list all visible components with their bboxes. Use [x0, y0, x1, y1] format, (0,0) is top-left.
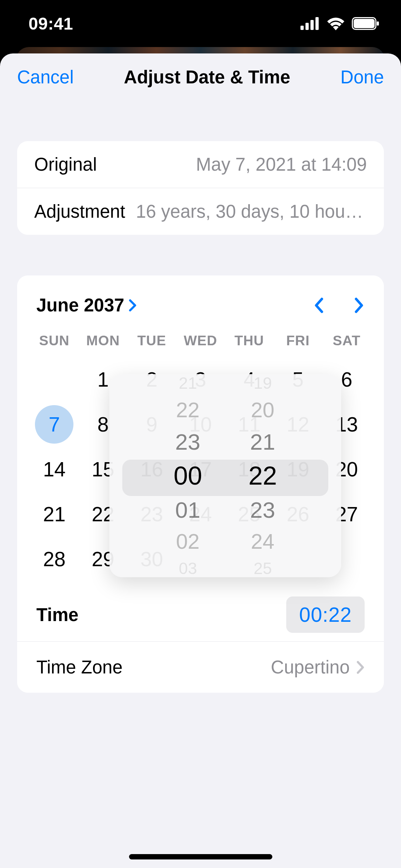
picker-wheel-item[interactable]: 21 [250, 427, 275, 457]
done-button[interactable]: Done [340, 67, 384, 88]
chevron-right-icon [129, 299, 137, 312]
prev-month-button[interactable] [313, 297, 324, 314]
picker-wheel-item[interactable]: 21 [179, 374, 197, 392]
adjustment-label: Adjustment [34, 201, 125, 222]
calendar-day[interactable]: 28 [30, 537, 79, 582]
picker-wheel-item[interactable]: 00 [174, 458, 202, 493]
status-time: 09:41 [29, 14, 73, 33]
picker-wheel-item[interactable]: 02 [176, 527, 200, 556]
adjustment-row: Adjustment 16 years, 30 days, 10 hours, … [17, 188, 384, 235]
next-month-button[interactable] [354, 297, 365, 314]
svg-rect-3 [315, 17, 319, 30]
chevron-right-icon [356, 660, 365, 675]
sheet-title: Adjust Date & Time [124, 67, 291, 88]
svg-rect-5 [354, 19, 375, 28]
cellular-icon [300, 17, 320, 30]
original-row: Original May 7, 2021 at 14:09 [17, 141, 384, 188]
picker-wheel-item[interactable]: 01 [175, 495, 200, 525]
battery-icon [352, 17, 380, 30]
calendar-day[interactable]: 7 [30, 402, 79, 447]
calendar-day[interactable]: 14 [30, 447, 79, 492]
original-value: May 7, 2021 at 14:09 [108, 154, 367, 175]
adjustment-value: 16 years, 30 days, 10 hours, 13 minu... [136, 201, 367, 222]
weekday-label: MON [79, 333, 128, 348]
picker-wheel-item[interactable]: 20 [251, 396, 274, 424]
svg-rect-0 [300, 26, 304, 30]
status-indicators [300, 16, 380, 31]
cancel-button[interactable]: Cancel [17, 67, 74, 88]
minute-wheel[interactable]: 19202122232425 [225, 374, 300, 577]
picker-wheel-item[interactable]: 25 [253, 559, 272, 577]
picker-wheel-item[interactable]: 24 [251, 527, 274, 556]
picker-wheel-item[interactable]: 23 [250, 495, 275, 525]
month-year-label: June 2037 [36, 295, 124, 316]
timezone-row[interactable]: Time Zone Cupertino [17, 641, 384, 693]
svg-rect-6 [377, 21, 379, 26]
timezone-value: Cupertino [271, 657, 365, 678]
home-indicator[interactable] [129, 854, 272, 859]
time-label: Time [36, 604, 78, 625]
time-value-button[interactable]: 00:22 [286, 596, 365, 633]
picker-wheel-item[interactable]: 03 [179, 559, 197, 577]
svg-rect-1 [305, 23, 309, 30]
time-row: Time 00:22 [17, 588, 384, 641]
weekday-label: WED [176, 333, 225, 348]
svg-rect-2 [310, 20, 314, 30]
sheet-navbar: Cancel Adjust Date & Time Done [0, 53, 401, 100]
weekday-header: SUNMONTUEWEDTHUFRISAT [17, 326, 384, 353]
info-card: Original May 7, 2021 at 14:09 Adjustment… [17, 141, 384, 235]
calendar-header: June 2037 [17, 295, 384, 326]
picker-wheel-item[interactable]: 22 [176, 396, 200, 424]
weekday-label: FRI [274, 333, 323, 348]
picker-wheel-item[interactable]: 19 [253, 374, 272, 392]
wifi-icon [326, 16, 345, 31]
weekday-label: THU [225, 333, 274, 348]
time-picker-popover[interactable]: 21222300010203 19202122232425 [109, 374, 341, 577]
picker-wheel-item[interactable]: 22 [248, 458, 277, 493]
timezone-label: Time Zone [36, 657, 123, 678]
status-bar: 09:41 [0, 0, 401, 47]
hour-wheel[interactable]: 21222300010203 [150, 374, 225, 577]
month-nav-arrows [313, 297, 365, 314]
weekday-label: SUN [30, 333, 79, 348]
weekday-label: TUE [127, 333, 176, 348]
timezone-value-text: Cupertino [271, 657, 350, 678]
weekday-label: SAT [322, 333, 371, 348]
month-year-toggle[interactable]: June 2037 [36, 295, 137, 316]
adjust-date-time-sheet: Cancel Adjust Date & Time Done Original … [0, 53, 401, 868]
picker-wheel-item[interactable]: 23 [175, 427, 200, 457]
original-label: Original [34, 154, 97, 175]
calendar-day[interactable]: 21 [30, 492, 79, 537]
